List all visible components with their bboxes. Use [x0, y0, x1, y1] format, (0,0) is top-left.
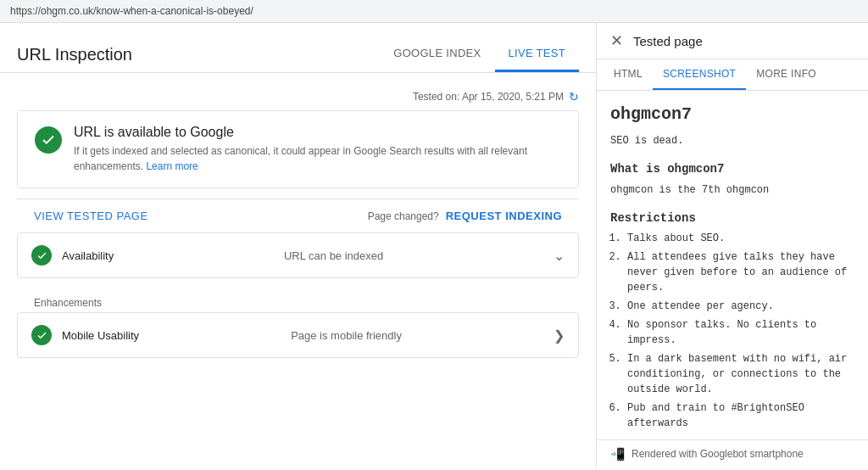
- mobile-usability-check-icon: [31, 325, 52, 345]
- availability-value: URL can be indexed: [114, 249, 554, 262]
- enhancements-label: Enhancements: [17, 287, 579, 312]
- url-text: https://ohgm.co.uk/know-when-a-canonical…: [10, 5, 253, 17]
- page-changed-label: Page changed?: [368, 210, 439, 222]
- status-heading: URL is available to Google: [74, 125, 561, 140]
- close-button[interactable]: ✕: [610, 33, 623, 48]
- tab-live-test[interactable]: LIVE TEST: [495, 36, 579, 72]
- restrictions-list: Talks about SEO. All attendees give talk…: [610, 231, 854, 431]
- screenshot-h1: ohgmcon7: [610, 101, 854, 128]
- test-date: Tested on: Apr 15, 2020, 5:21 PM: [413, 91, 564, 103]
- left-panel: URL Inspection GOOGLE INDEX LIVE TEST Te…: [0, 23, 597, 467]
- status-description: If it gets indexed and selected as canon…: [74, 143, 561, 174]
- view-tested-page-button[interactable]: VIEW TESTED PAGE: [34, 210, 148, 222]
- list-item: One attendee per agency.: [627, 299, 854, 314]
- availability-left: Availability: [31, 245, 114, 266]
- left-content: Tested on: Apr 15, 2020, 5:21 PM ↻ URL i…: [0, 73, 596, 377]
- list-item: All attendees give talks they have never…: [627, 249, 854, 295]
- tab-bar: GOOGLE INDEX LIVE TEST: [380, 36, 579, 72]
- screenshot-description: ohgmcon is the 7th ohgmcon: [610, 182, 854, 199]
- screenshot-content: ohgmcon7 SEO is dead. What is ohgmcon7 o…: [597, 91, 868, 439]
- right-panel-footer: 📲 Rendered with Googlebot smartphone: [597, 439, 868, 467]
- url-bar: https://ohgm.co.uk/know-when-a-canonical…: [0, 0, 868, 23]
- right-panel-header: ✕ Tested page: [597, 23, 868, 59]
- test-info: Tested on: Apr 15, 2020, 5:21 PM ↻: [17, 83, 579, 110]
- status-card: URL is available to Google If it gets in…: [17, 110, 579, 188]
- mobile-usability-value: Page is mobile friendly: [139, 329, 554, 342]
- phone-icon: 📲: [610, 447, 625, 461]
- list-item: In a dark basement with no wifi, air con…: [627, 351, 854, 397]
- mobile-usability-label: Mobile Usability: [62, 329, 139, 342]
- tab-more-info[interactable]: MORE INFO: [746, 59, 826, 90]
- footer-text: Rendered with Googlebot smartphone: [632, 448, 804, 460]
- mobile-usability-left: Mobile Usability: [31, 325, 139, 345]
- mobile-usability-chevron-icon: ❯: [554, 327, 565, 344]
- list-item: Talks about SEO.: [627, 231, 854, 246]
- action-row: VIEW TESTED PAGE Page changed? REQUEST I…: [17, 199, 579, 232]
- tab-html[interactable]: HTML: [604, 59, 653, 90]
- availability-label: Availability: [62, 249, 114, 262]
- availability-chevron-icon: ⌄: [554, 248, 565, 264]
- check-circle-icon: [35, 126, 62, 154]
- learn-more-link[interactable]: Learn more: [146, 160, 198, 172]
- screenshot-h2-2: Restrictions: [610, 209, 854, 227]
- left-header: URL Inspection GOOGLE INDEX LIVE TEST: [0, 23, 596, 73]
- status-text: URL is available to Google If it gets in…: [74, 125, 561, 174]
- tab-google-index[interactable]: GOOGLE INDEX: [380, 36, 494, 72]
- availability-check-icon: [31, 245, 52, 266]
- panel-title: Tested page: [633, 34, 703, 48]
- request-indexing-button[interactable]: REQUEST INDEXING: [446, 210, 562, 222]
- request-row: Page changed? REQUEST INDEXING: [368, 210, 562, 222]
- availability-row[interactable]: Availability URL can be indexed ⌄: [17, 232, 579, 278]
- screenshot-h2-1: What is ohgmcon7: [610, 159, 854, 178]
- right-tab-bar: HTML SCREENSHOT MORE INFO: [597, 59, 868, 91]
- right-panel: ✕ Tested page HTML SCREENSHOT MORE INFO …: [597, 23, 868, 467]
- mobile-usability-row[interactable]: Mobile Usability Page is mobile friendly…: [17, 312, 579, 358]
- screenshot-tagline: SEO is dead.: [610, 133, 854, 149]
- list-item: No sponsor talks. No clients to impress.: [627, 317, 854, 348]
- refresh-icon[interactable]: ↻: [569, 90, 579, 104]
- tab-screenshot[interactable]: SCREENSHOT: [653, 59, 746, 90]
- list-item: Pub and train to #BrightonSEO afterwards: [627, 400, 854, 431]
- page-title: URL Inspection: [17, 45, 132, 64]
